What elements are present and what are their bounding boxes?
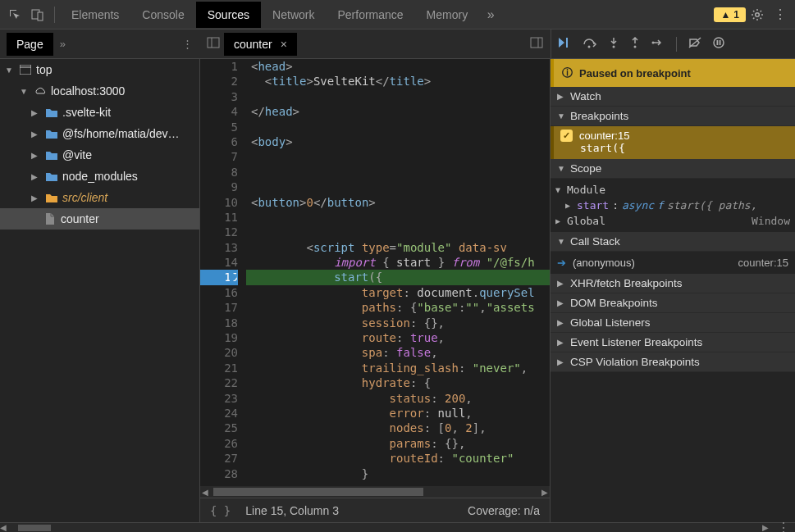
scope-start[interactable]: ▶ start: async f start({ paths, [555, 198, 790, 213]
tab-memory[interactable]: Memory [415, 2, 480, 28]
pretty-print-icon[interactable]: { } [210, 504, 231, 517]
tree-root-top[interactable]: ▼ top [0, 59, 199, 80]
tab-performance[interactable]: Performance [326, 2, 414, 28]
scrollbar-thumb[interactable] [18, 525, 51, 531]
breakpoint-checkbox[interactable]: ✓ [560, 130, 573, 142]
svg-point-2 [756, 12, 760, 16]
svg-point-7 [588, 46, 591, 48]
folder-icon [44, 108, 59, 117]
scrollbar-thumb[interactable] [213, 488, 423, 496]
editor-statusbar: { } Line 15, Column 3 Coverage: n/a [200, 498, 550, 522]
debugger-sidebar: ⓘ Paused on breakpoint ▶Watch ▼Breakpoin… [551, 59, 795, 522]
tree-folder[interactable]: ▶ src/client [0, 187, 199, 208]
step-over-icon[interactable] [583, 37, 597, 51]
tab-console[interactable]: Console [130, 2, 195, 28]
step-into-icon[interactable] [609, 37, 619, 51]
page-tab[interactable]: Page [7, 33, 53, 56]
toggle-debugger-icon[interactable] [526, 36, 547, 52]
step-icon[interactable] [651, 37, 665, 51]
tree-folder[interactable]: ▶ @fs/home/matia/dev… [0, 123, 199, 144]
svg-point-10 [652, 42, 655, 44]
line-gutter[interactable]: 1234567891011121314151617181920212223242… [200, 59, 246, 486]
section-breakpoints[interactable]: ▼Breakpoints [551, 107, 795, 126]
tab-network[interactable]: Network [261, 2, 326, 28]
svg-rect-13 [717, 40, 719, 45]
toggle-navigator-icon[interactable] [203, 36, 224, 52]
svg-rect-5 [531, 38, 542, 48]
section-watch[interactable]: ▶Watch [551, 87, 795, 107]
section-event-listener-bp[interactable]: ▶Event Listener Breakpoints [551, 333, 795, 352]
navigator-menu-icon[interactable]: ⋮ [182, 38, 193, 50]
frame-location: counter:15 [738, 257, 788, 269]
resume-icon[interactable] [558, 37, 571, 51]
section-dom[interactable]: ▶DOM Breakpoints [551, 293, 795, 313]
file-tab-counter[interactable]: counter × [224, 33, 297, 56]
tree-folder[interactable]: ▶ node_modules [0, 166, 199, 187]
scope-global[interactable]: ▶ Global Window [555, 213, 790, 229]
code-editor: 1234567891011121314151617181920212223242… [199, 59, 551, 522]
step-out-icon[interactable] [630, 37, 640, 51]
section-callstack[interactable]: ▼Call Stack [551, 232, 795, 252]
close-tab-icon[interactable]: × [281, 38, 287, 51]
file-tab-label: counter [234, 38, 272, 51]
caret-right-icon: ▶ [31, 172, 41, 181]
cursor-position: Line 15, Column 3 [245, 504, 339, 517]
warning-count: 1 [733, 9, 739, 20]
folder-icon [44, 193, 59, 202]
navigator-header: Page » ⋮ [0, 30, 199, 58]
callstack-frame[interactable]: ➔ (anonymous) counter:15 [551, 252, 795, 274]
breakpoint-item[interactable]: ✓ counter:15 start({ [551, 126, 795, 159]
svg-rect-1 [38, 12, 43, 20]
caret-right-icon: ▶ [31, 193, 41, 202]
kebab-menu-icon[interactable]: ⋮ [772, 520, 795, 532]
tree-label: .svelte-kit [62, 106, 111, 119]
svg-rect-15 [20, 65, 31, 75]
navigator-more-icon[interactable]: » [60, 38, 66, 50]
settings-gear-icon[interactable] [746, 3, 769, 26]
tree-label: node_modules [62, 170, 138, 183]
tree-folder[interactable]: ▶ @vite [0, 144, 199, 166]
svg-point-12 [714, 38, 724, 48]
tree-host[interactable]: ▼ localhost:3000 [0, 80, 199, 102]
tab-sources[interactable]: Sources [196, 2, 261, 28]
debugger-controls [551, 30, 795, 58]
deactivate-breakpoints-icon[interactable] [688, 37, 701, 51]
frame-name: (anonymous) [573, 257, 635, 269]
folder-icon [44, 172, 59, 181]
code-area[interactable]: 1234567891011121314151617181920212223242… [200, 59, 550, 486]
breakpoint-code: start({ [560, 142, 788, 154]
warning-badge[interactable]: ▲ 1 [714, 7, 746, 22]
caret-right-icon: ▶ [31, 130, 41, 139]
sources-subbar: Page » ⋮ counter × [0, 30, 795, 59]
warning-triangle-icon: ▲ [720, 9, 730, 20]
devtools-toolbar: ElementsConsoleSourcesNetworkPerformance… [0, 0, 795, 30]
device-toolbar-icon[interactable] [26, 3, 49, 26]
kebab-menu-icon[interactable]: ⋮ [769, 3, 792, 26]
pause-exceptions-icon[interactable] [713, 37, 724, 51]
scope-module[interactable]: ▼Module [555, 182, 790, 198]
tree-file-counter[interactable]: counter [0, 208, 199, 230]
main-area: ▼ top ▼ localhost:3000 ▶ .svelte-kit ▶ @… [0, 59, 795, 522]
drawer-scrollbar[interactable]: ◀ ▶ ⋮ [0, 522, 795, 532]
svg-rect-14 [720, 40, 721, 45]
tab-elements[interactable]: Elements [60, 2, 130, 28]
tree-folder[interactable]: ▶ .svelte-kit [0, 102, 199, 123]
section-csp[interactable]: ▶CSP Violation Breakpoints [551, 352, 795, 372]
svg-rect-3 [208, 38, 219, 48]
toolbar-divider [54, 7, 55, 23]
section-scope[interactable]: ▼Scope [551, 159, 795, 179]
horizontal-scrollbar[interactable]: ◀ ▶ [200, 486, 550, 498]
section-xhr[interactable]: ▶XHR/fetch Breakpoints [551, 274, 795, 293]
code-lines[interactable]: <head> <title>SvelteKit</title></head><b… [246, 59, 550, 486]
inspect-element-icon[interactable] [3, 3, 26, 26]
section-global-listeners[interactable]: ▶Global Listeners [551, 313, 795, 333]
breakpoint-label: counter:15 [579, 130, 629, 142]
file-navigator: ▼ top ▼ localhost:3000 ▶ .svelte-kit ▶ @… [0, 59, 199, 522]
info-icon: ⓘ [562, 66, 573, 80]
editor-tabbar: counter × [199, 30, 551, 58]
more-tabs-icon[interactable]: » [479, 3, 502, 26]
current-frame-arrow-icon: ➔ [557, 257, 566, 269]
caret-down-icon: ▼ [5, 66, 15, 75]
caret-right-icon: ▶ [31, 151, 41, 160]
paused-message: Paused on breakpoint [579, 67, 691, 80]
